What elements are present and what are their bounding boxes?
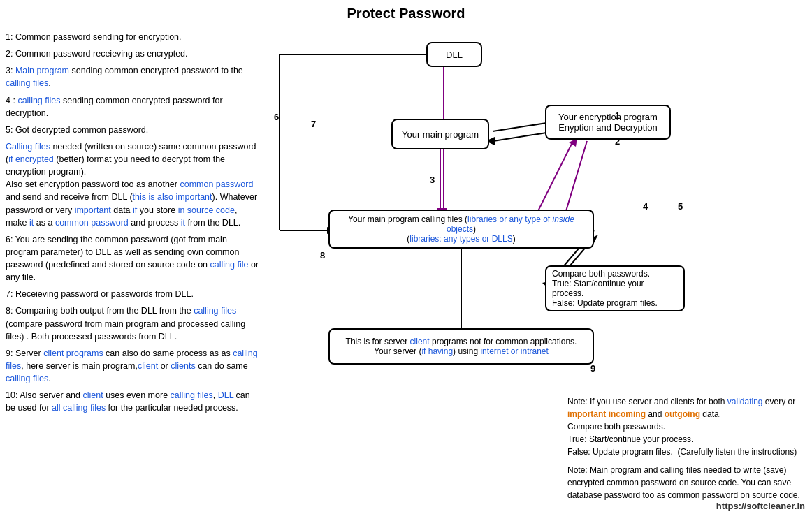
- enc-box: Your encryption programEnyption and Decr…: [545, 105, 671, 140]
- main-program-box: Your main program: [391, 119, 489, 149]
- item-calling: Calling files needed (written on source)…: [6, 140, 260, 229]
- server-box: This is for server client programs not f…: [328, 328, 594, 365]
- item-2: 2: Common password receieving as encrypt…: [6, 47, 260, 60]
- dll-box: DLL: [426, 42, 482, 67]
- label-3: 3: [430, 175, 435, 185]
- compare-box: Compare both passwords.True: Start/conti…: [545, 265, 685, 311]
- item-1: 1: Common password sending for encryptio…: [6, 31, 260, 43]
- note2: Note: Main program and calling files nee…: [567, 464, 805, 501]
- item-10: 10: Also server and client uses even mor…: [6, 389, 260, 414]
- item-4: 4 : calling files sending common encrypt…: [6, 94, 260, 119]
- label-1: 1: [615, 110, 620, 121]
- item-8: 8: Comparing both output from the DLL fr…: [6, 304, 260, 342]
- item-3: 3: Main program sending common encrypted…: [6, 64, 260, 89]
- note1: Note: If you use server and clients for …: [567, 395, 805, 458]
- label-4: 4: [643, 201, 648, 212]
- svg-line-9: [493, 133, 546, 141]
- label-9: 9: [590, 363, 595, 374]
- website-link: https://softcleaner.in: [716, 501, 805, 511]
- label-2: 2: [615, 136, 620, 147]
- diagram: DLL Your main program Your encryption pr…: [273, 28, 812, 514]
- label-5: 5: [678, 201, 683, 212]
- item-5: 5: Got decrypted common password.: [6, 124, 260, 136]
- notes: Note: If you use server and clients for …: [567, 395, 805, 507]
- label-8: 8: [320, 250, 325, 260]
- label-6: 6: [274, 112, 279, 122]
- left-panel: 1: Common password sending for encryptio…: [0, 28, 266, 421]
- svg-line-16: [566, 141, 587, 211]
- item-7: 7: Receieving password or passwords from…: [6, 288, 260, 300]
- svg-line-14: [538, 141, 573, 211]
- svg-line-7: [493, 123, 546, 131]
- calling-files-box: Your main program calling files (librari…: [328, 210, 594, 249]
- item-9: 9: Server client programs can also do sa…: [6, 347, 260, 385]
- item-6: 6: You are sending the common password (…: [6, 233, 260, 284]
- label-7: 7: [311, 119, 316, 129]
- page-title: Protect Password: [0, 0, 812, 24]
